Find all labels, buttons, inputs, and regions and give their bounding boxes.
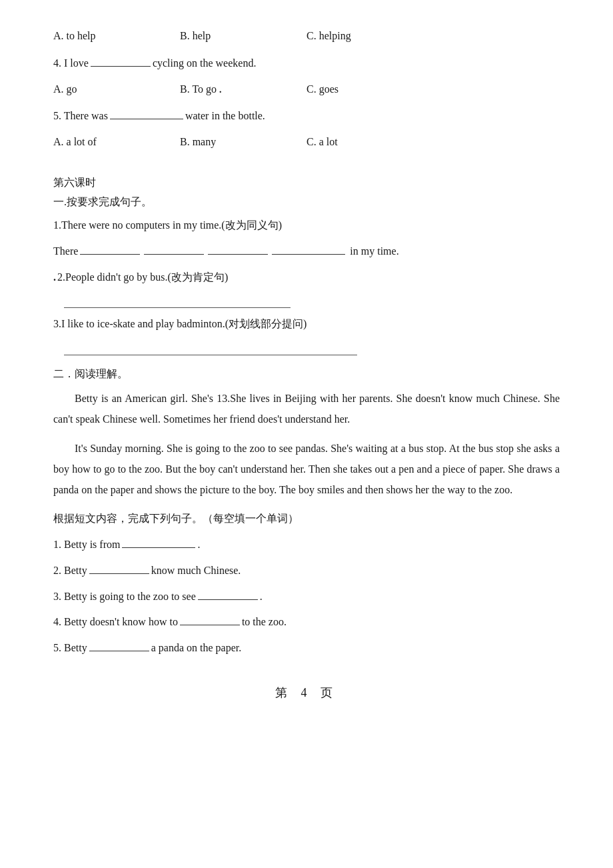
options-row-5: A. a lot of B. many C. a lot	[53, 133, 560, 152]
cq1-num: 1. Betty is from	[53, 535, 120, 555]
q1-blank3[interactable]	[208, 243, 268, 255]
cq4-suffix: to the zoo.	[242, 613, 287, 632]
option-a4: A. go	[53, 80, 180, 99]
q2-text: 2.People didn't go by bus.(改为肯定句)	[57, 268, 228, 287]
section6-q2-text: . 2.People didn't go by bus.(改为肯定句)	[53, 268, 560, 287]
cq3-suffix: .	[260, 587, 263, 607]
options-row-1: A. to help B. help C. helping	[53, 27, 560, 46]
section6-q1-answer: There in my time.	[53, 242, 560, 261]
question-5: 5. There was water in the bottle.	[53, 107, 560, 126]
q1-blank4[interactable]	[272, 243, 345, 255]
option-c5: C. a lot	[306, 133, 338, 152]
completion-q3: 3. Betty is going to the zoo to see .	[53, 587, 560, 607]
cq2-blank[interactable]	[89, 562, 149, 574]
q1-suffix: in my time.	[350, 242, 398, 261]
question-4: 4. I love cycling on the weekend.	[53, 54, 560, 73]
cq4-prefix: 4. Betty doesn't know how to	[53, 613, 178, 632]
completion-q2: 2. Betty know much Chinese.	[53, 561, 560, 581]
completion-q1: 1. Betty is from .	[53, 535, 560, 555]
options-row-4: A. go B. To go . C. goes	[53, 80, 560, 99]
option-c1: C. helping	[306, 27, 351, 46]
q1-there: There	[53, 242, 78, 261]
q3-answer-line[interactable]	[64, 341, 357, 355]
section6-title: 第六课时	[53, 176, 560, 190]
section6-sub1-title: 一.按要求完成句子。	[53, 195, 560, 209]
section6-q3-text: 3.I like to ice-skate and play badminton…	[53, 315, 560, 334]
cq1-suffix: .	[197, 535, 200, 555]
option-a5: A. a lot of	[53, 133, 180, 152]
cq5-suffix: a panda on the paper.	[151, 639, 242, 658]
q1-blank2[interactable]	[144, 243, 204, 255]
passage1: Betty is an American girl. She's 13.She …	[53, 388, 560, 429]
completion-q4: 4. Betty doesn't know how to to the zoo.	[53, 613, 560, 632]
cq2-prefix: 2. Betty	[53, 561, 87, 581]
q1-blank1[interactable]	[80, 243, 140, 255]
cq3-blank[interactable]	[198, 588, 258, 600]
option-b1: B. help	[180, 27, 306, 46]
cq3-prefix: 3. Betty is going to the zoo to see	[53, 587, 196, 607]
cq1-blank[interactable]	[122, 536, 195, 548]
page-footer: 第 4 页	[53, 685, 560, 701]
q4-text: 4. I love	[53, 54, 89, 73]
q2-answer-line[interactable]	[64, 293, 291, 308]
q5-rest: water in the bottle.	[185, 107, 265, 126]
q4-blank[interactable]	[91, 55, 151, 67]
q2-dot: .	[53, 268, 56, 287]
cq2-suffix: know much Chinese.	[151, 561, 241, 581]
section6-q1: 1.There were no computers in my time.(改为…	[53, 216, 560, 235]
option-a1: A. to help	[53, 27, 180, 46]
cq4-blank[interactable]	[180, 613, 240, 625]
q5-text: 5. There was	[53, 107, 108, 126]
completion-q5: 5. Betty a panda on the paper.	[53, 639, 560, 658]
passage2: It's Sunday morning. She is going to the…	[53, 438, 560, 501]
option-b5: B. many	[180, 133, 306, 152]
section6-sub2-title: 二．阅读理解。	[53, 367, 560, 381]
completion-instruction: 根据短文内容，完成下列句子。（每空填一个单词）	[53, 509, 560, 529]
option-b4: B. To go .	[180, 80, 306, 99]
cq5-prefix: 5. Betty	[53, 639, 87, 658]
q4-rest: cycling on the weekend.	[153, 54, 257, 73]
q5-blank[interactable]	[110, 107, 183, 119]
cq5-blank[interactable]	[89, 639, 149, 651]
option-c4: C. goes	[306, 80, 338, 99]
